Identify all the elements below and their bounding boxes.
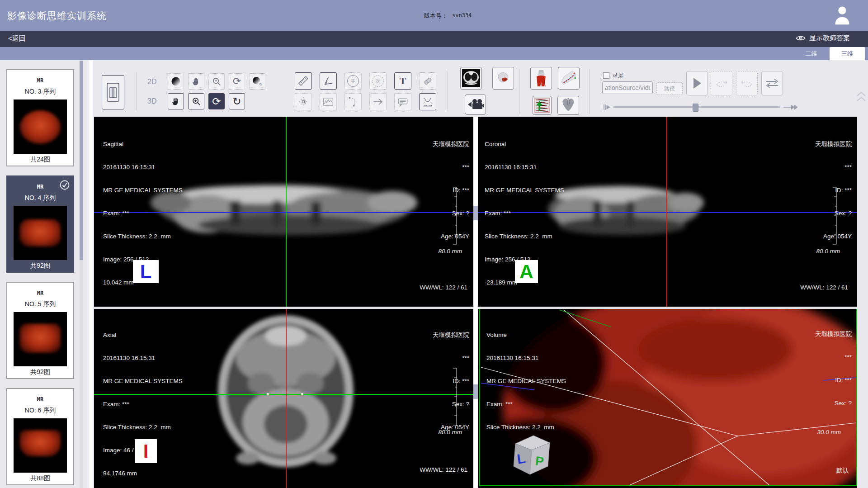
tab-3d[interactable]: 三维 [830,47,865,60]
divider-scroll-thumb-top[interactable] [473,206,478,220]
series-modality: MR [7,396,73,403]
crosshair-vertical-red[interactable] [286,309,287,488]
tab-strip [0,47,868,60]
viewport-vertical-divider[interactable] [473,117,478,488]
curve-profile-tool-button[interactable] [320,93,337,110]
coronal-scale-label: 80.0 mm [816,248,840,255]
preset-row-1a [460,67,514,90]
knee-preset-button[interactable] [530,67,552,90]
annotated-view-preset-button[interactable] [558,67,580,90]
secondary-roi-tool-button[interactable]: 次 [369,72,387,90]
reset-3d-button[interactable]: ↻ [229,93,245,109]
video-path-input[interactable] [602,81,653,94]
segmentation-preset-button[interactable] [533,96,552,115]
preset-row-2a [465,94,486,115]
lung-ct-preset-button[interactable] [460,67,482,90]
toolbar-separator [137,72,137,110]
record-screen-label: 录屏 [612,71,624,80]
path-button[interactable]: 路径 [656,82,683,95]
ruler-tool-button[interactable] [295,72,312,90]
comment-icon [397,96,409,108]
roi-crosshair-icon [298,96,309,107]
playback-slider[interactable] [603,103,797,111]
series-card-3[interactable]: MR NO. 3 序列 共24图 [6,69,74,166]
series-card-4-selected[interactable]: MR NO. 4 序列 共92图 [6,175,74,273]
secondary-label: 次 [376,78,381,85]
angle-icon [322,75,334,87]
slider-handle[interactable] [693,104,698,112]
series-name: NO. 5 序列 [7,300,73,308]
series-card-6[interactable]: MR NO. 6 序列 共88图 [6,388,74,485]
dicom-exam: Exam: *** [103,209,183,217]
version-label: 版本号： [424,12,448,20]
zoom-2d-button[interactable] [208,73,225,90]
series-card-5[interactable]: MR NO. 5 序列 共92图 [6,282,74,379]
arrow-tool-button[interactable] [369,93,387,110]
knee-joint-icon [532,69,550,87]
back-button[interactable]: <返回 [8,34,26,43]
user-avatar[interactable] [833,5,851,25]
primary-roi-tool-button[interactable]: 主 [344,72,362,90]
wwwl-value: WW/WL: 122 / 61 [420,466,467,474]
magnifier-plus-icon [191,96,201,106]
rotate-3d-button-active[interactable]: ⟳ [208,93,225,109]
crosshair-vertical-red[interactable] [666,117,667,307]
hand-icon [191,76,201,86]
crosshair-vertical-green[interactable] [286,117,287,307]
nav-bar [0,31,868,47]
swap-arrows-icon [765,78,779,89]
rotate-right-loop-button[interactable] [711,71,732,95]
tools-2d-row: ⟳ ↻ [168,73,265,90]
series-thumbnail [14,312,67,366]
dicom-thickness: Slice Thickness: 2.2 mm [485,232,564,240]
collapse-toolbar-button[interactable] [856,90,867,104]
view-title: Sagittal [103,140,183,148]
angle-tool-button[interactable] [320,72,337,90]
sidebar-scrollbar-thumb[interactable] [80,61,83,260]
preset-row-1b [530,67,580,90]
u-curve-ruler-icon [422,96,434,108]
volume-default-label[interactable]: 默认 [836,467,849,475]
rotate-left-loop-button[interactable] [736,71,758,95]
skull-volume-preset-button[interactable] [492,67,514,90]
divider-scroll-thumb-bottom[interactable] [473,384,478,399]
comment-tool-button[interactable] [394,93,411,110]
window-level-2d-button[interactable] [168,73,184,90]
eraser-icon [422,75,434,87]
hand-icon [171,96,181,106]
coronal-scale-ruler [831,186,837,245]
show-teacher-answer-button[interactable]: 显示教师答案 [796,34,850,43]
dicom-stars: *** [433,163,469,171]
text-annotation-button[interactable]: T [394,72,411,90]
sagittal-wwwl: WW/WL: 122 / 61 [420,284,467,291]
eraser-button[interactable] [419,72,436,90]
layout-button[interactable] [102,75,124,109]
dicom-datetime: 20161130 16:15:31 [485,163,564,171]
view-title: Volume [486,331,566,339]
toolbar-separator [448,71,448,111]
sagittal-scale-label: 80.0 mm [438,248,462,255]
rotate-2d-button[interactable]: ⟳ [229,73,245,90]
swap-direction-button[interactable] [761,71,783,95]
series-thumbnail [14,418,67,473]
tab-2d[interactable]: 二维 [794,47,828,60]
measure-row-2 [295,93,436,110]
preset-row-2b [533,96,579,115]
arc-tool-button[interactable] [344,93,362,110]
heart-preset-button[interactable] [557,96,579,115]
slider-end-icon [783,104,797,111]
play-button[interactable] [686,71,708,95]
pan-3d-button[interactable] [168,93,184,109]
show-teacher-answer-label: 显示教师答案 [809,34,850,43]
dicom-device: MR GE MEDICAL SYSTEMS [103,186,183,194]
zoom-3d-button[interactable] [188,93,204,109]
pan-2d-button[interactable] [188,73,204,90]
dicom-hospital: 天堰模拟医院 [433,331,469,339]
record-screen-checkbox[interactable]: 录屏 [603,71,624,80]
curve-ruler-tool-button[interactable] [419,93,436,110]
roi-box-tool-button[interactable] [295,93,312,110]
dicom-patient-id: ID: *** [815,376,852,384]
export-video-button[interactable] [465,94,486,115]
series-thumbnail [14,206,67,260]
window-level-rotate-button[interactable]: ↻ [249,73,265,90]
